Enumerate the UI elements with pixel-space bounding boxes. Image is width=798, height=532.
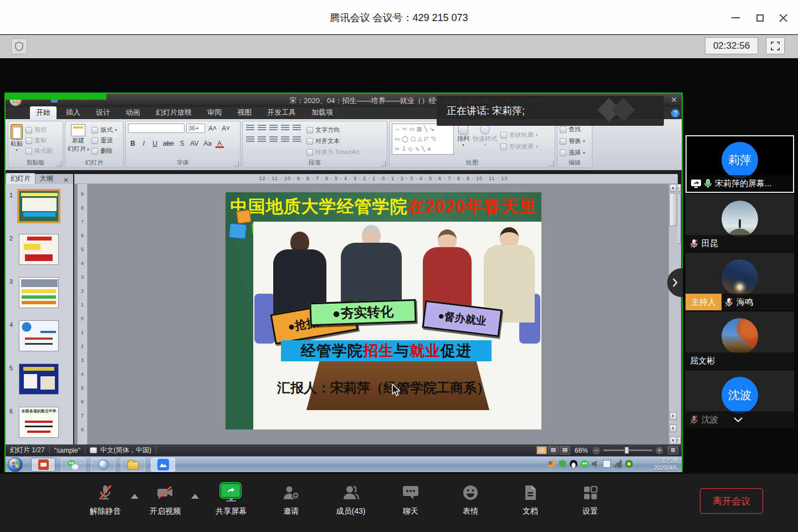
shape-effects-button[interactable]: 形状效果▾ <box>500 142 538 151</box>
font-name-select[interactable] <box>128 124 185 133</box>
taskbar-meeting[interactable] <box>151 458 175 472</box>
fullscreen-button[interactable] <box>766 37 785 54</box>
increase-indent-icon[interactable] <box>281 125 289 131</box>
ppt-help-icon[interactable]: ? <box>671 109 679 117</box>
copy-button[interactable]: 复制 <box>25 136 53 145</box>
editor-scrollbar[interactable]: ▲ ⇞ ⇟ ▼ <box>669 184 678 444</box>
tab-home[interactable]: 开始 <box>30 106 57 119</box>
slide-thumbnail-3[interactable] <box>19 277 59 308</box>
fit-to-window-button[interactable] <box>668 446 678 454</box>
justify-icon[interactable] <box>281 136 289 143</box>
text-direction-button[interactable]: 文字方向 <box>306 125 359 135</box>
qq-icon[interactable] <box>570 460 577 468</box>
zoom-slider-thumb[interactable] <box>625 447 629 454</box>
sorter-view-button[interactable] <box>548 446 559 454</box>
quick-styles-button[interactable]: 快速样式▾ <box>473 121 497 155</box>
zoom-in-icon[interactable]: + <box>656 447 663 454</box>
zoom-out-icon[interactable]: − <box>592 447 600 454</box>
decrease-indent-icon[interactable] <box>269 125 278 131</box>
shadow-button[interactable]: S <box>177 139 187 148</box>
slideshow-view-button[interactable] <box>560 446 570 454</box>
members-button[interactable]: 成员(43) <box>326 484 376 516</box>
maximize-button[interactable] <box>750 10 769 25</box>
replace-button[interactable]: 替换▾ <box>560 136 590 146</box>
taskbar-browser[interactable] <box>91 458 115 472</box>
ppt-close-icon[interactable]: ✕ <box>671 95 677 104</box>
bullets-icon[interactable] <box>246 125 254 131</box>
slide-editor[interactable]: 中国地质大学经管学院在2020年春天里 <box>226 192 541 429</box>
taskbar-clock[interactable]: 17:28 2020/4/5 <box>635 457 677 472</box>
video-options-icon[interactable] <box>191 494 199 499</box>
align-center-icon[interactable] <box>258 136 266 143</box>
clipboard-dialog-launcher[interactable] <box>57 161 62 166</box>
chat-button[interactable]: 聊天 <box>386 484 436 516</box>
settings-button[interactable]: 设置 <box>565 484 615 516</box>
minimize-button[interactable] <box>726 10 745 25</box>
paste-button[interactable]: 粘贴▾ <box>11 124 23 156</box>
invite-button[interactable]: 邀请 <box>266 484 316 516</box>
align-left-icon[interactable] <box>246 136 254 143</box>
volume-icon[interactable] <box>592 460 600 468</box>
find-button[interactable]: 查找 <box>560 125 590 134</box>
align-text-button[interactable]: 对齐文本 <box>306 136 359 146</box>
taskbar-wechat[interactable] <box>61 458 85 472</box>
language-label[interactable]: 中文(简体，中国) <box>100 446 151 455</box>
columns-icon[interactable] <box>293 136 301 143</box>
start-button[interactable] <box>8 457 23 472</box>
new-slide-button[interactable]: 新建 幻灯片 ▾ <box>68 124 89 156</box>
italic-button[interactable]: I <box>139 139 149 148</box>
scroll-up-icon[interactable]: ▲ <box>669 184 677 192</box>
smartart-button[interactable]: 转换为 SmartArt <box>306 147 359 157</box>
taskbar-powerpoint[interactable] <box>31 458 55 472</box>
docs-button[interactable]: 文档 <box>505 484 555 516</box>
slide-thumbnail-2[interactable] <box>19 234 59 265</box>
underline-button[interactable]: U <box>150 139 160 148</box>
bold-button[interactable]: B <box>128 139 137 148</box>
tab-design[interactable]: 设计 <box>90 106 116 119</box>
reset-button[interactable]: 重设 <box>91 136 117 145</box>
paragraph-dialog-launcher[interactable] <box>381 161 386 166</box>
clipboard-tray-icon[interactable] <box>603 460 611 468</box>
mic-options-icon[interactable] <box>131 494 139 499</box>
close-button[interactable] <box>774 10 792 25</box>
previous-slide-icon[interactable]: ⇞ <box>669 412 677 420</box>
participant-tile[interactable]: 屈文彬 <box>686 311 794 369</box>
slide-thumbnail-5[interactable] <box>19 364 59 395</box>
slide-thumbnail-4[interactable] <box>19 320 59 351</box>
cut-button[interactable]: 剪切 <box>25 125 53 135</box>
delete-slide-button[interactable]: 删除 <box>91 146 117 156</box>
tab-animation[interactable]: 动画 <box>120 106 146 119</box>
tab-developer[interactable]: 开发工具 <box>261 106 302 119</box>
tab-slideshow[interactable]: 幻灯片放映 <box>150 106 198 119</box>
tab-addins[interactable]: 加载项 <box>305 106 339 119</box>
tab-review[interactable]: 审阅 <box>201 106 228 119</box>
participant-tile[interactable]: 田昆 <box>686 194 794 252</box>
slide-thumbnail-1[interactable] <box>19 191 59 222</box>
wechat-tray-icon[interactable] <box>581 460 589 468</box>
pane-close-icon[interactable]: ✕ <box>63 176 69 184</box>
participant-tile-active-speaker[interactable]: 莉萍 宋莉萍的屏幕... <box>686 135 794 193</box>
unmute-button[interactable]: 解除静音 <box>80 484 130 516</box>
leave-meeting-button[interactable]: 离开会议 <box>700 488 763 514</box>
font-color-button[interactable]: A <box>215 139 224 148</box>
network-signal-icon[interactable] <box>614 460 622 468</box>
char-spacing-button[interactable]: AV <box>188 139 200 148</box>
shrink-font-button[interactable]: A˅ <box>220 124 232 133</box>
next-slide-icon[interactable]: ⇟ <box>669 424 677 432</box>
pane-tab-slides[interactable]: 幻灯片 <box>6 173 35 184</box>
tab-view[interactable]: 视图 <box>231 106 258 119</box>
tab-insert[interactable]: 插入 <box>60 106 86 119</box>
line-spacing-icon[interactable] <box>293 125 301 131</box>
slide-thumbnail-6[interactable]: 全国各省的重点中学 <box>19 407 59 438</box>
numbering-icon[interactable] <box>258 125 266 131</box>
pane-tab-outline[interactable]: 大纲 <box>35 173 58 184</box>
drawing-dialog-launcher[interactable] <box>549 161 554 166</box>
participant-tile[interactable]: 沈波 沈波 <box>686 370 794 428</box>
security-key-icon[interactable] <box>548 460 555 468</box>
strikethrough-button[interactable]: abe <box>161 139 176 148</box>
grow-font-button[interactable]: A˄ <box>207 124 218 133</box>
layout-button[interactable]: 版式▾ <box>91 125 117 135</box>
start-video-button[interactable]: 开启视频 <box>140 484 190 516</box>
updater-icon[interactable] <box>625 460 633 468</box>
font-size-select[interactable]: 36+ <box>186 124 205 133</box>
